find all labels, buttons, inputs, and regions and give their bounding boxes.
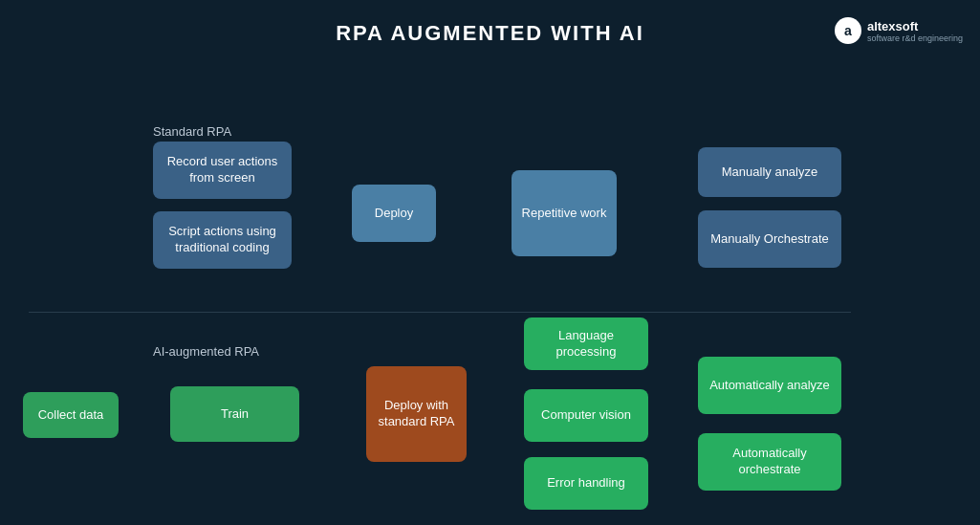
- record-actions-box: Record user actions from screen: [153, 142, 292, 199]
- logo-text: altexsoft software r&d engineering: [867, 19, 963, 43]
- deploy-standard-box: Deploy with standard RPA: [366, 366, 467, 462]
- auto-analyze-box: Automatically analyze: [698, 357, 841, 414]
- repetitive-work-box: Repetitive work: [512, 170, 617, 256]
- standard-rpa-label: Standard RPA: [153, 124, 231, 139]
- logo-icon: a: [835, 17, 861, 44]
- manually-analyze-box: Manually analyze: [698, 147, 841, 197]
- deploy-box: Deploy: [352, 185, 436, 242]
- main-container: RPA AUGMENTED WITH AI: [0, 0, 980, 55]
- page-title: RPA AUGMENTED WITH AI: [0, 0, 980, 55]
- script-actions-box: Script actions using traditional coding: [153, 211, 292, 269]
- ai-rpa-label: AI-augmented RPA: [153, 344, 259, 359]
- logo-area: a altexsoft software r&d engineering: [835, 17, 963, 44]
- error-handling-box: Error handling: [524, 457, 648, 510]
- auto-orchestrate-box: Automatically orchestrate: [698, 433, 841, 491]
- computer-vision-box: Computer vision: [524, 389, 648, 442]
- collect-data-box: Collect data: [23, 392, 119, 438]
- language-processing-box: Language processing: [524, 317, 648, 370]
- manually-orchestrate-box: Manually Orchestrate: [698, 210, 841, 268]
- train-box: Train: [170, 386, 299, 442]
- section-divider: [29, 312, 851, 313]
